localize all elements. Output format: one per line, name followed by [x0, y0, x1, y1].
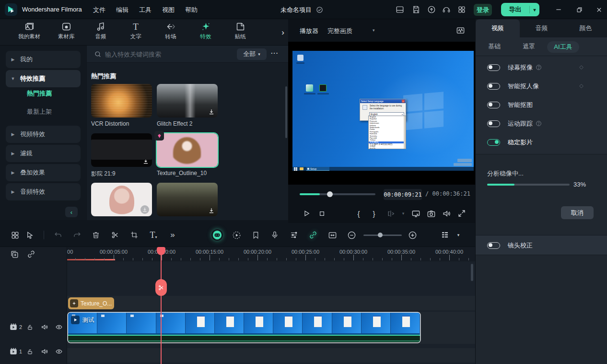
- audio-mixer-button[interactable]: [288, 229, 300, 241]
- greenscreen-toggle[interactable]: [487, 64, 500, 71]
- lens-correction-toggle[interactable]: [487, 242, 500, 249]
- sidebar-item-newest[interactable]: 最新上架: [27, 107, 52, 117]
- tab-audio-props[interactable]: 音频: [520, 19, 564, 37]
- filter-dropdown[interactable]: 全部 ▾: [237, 48, 267, 60]
- smart-cutout-toggle[interactable]: [487, 102, 500, 108]
- more-tools-button[interactable]: »: [167, 229, 178, 241]
- effect-item[interactable]: [91, 183, 152, 216]
- mirror-screen-button[interactable]: [410, 208, 421, 219]
- effect-thumbnail[interactable]: [157, 84, 218, 117]
- snapshot-button[interactable]: [425, 208, 437, 219]
- mute-icon[interactable]: [40, 322, 49, 332]
- stabilize-toggle[interactable]: [487, 139, 500, 146]
- marker-button[interactable]: [250, 229, 261, 241]
- layout-panel-icon[interactable]: [395, 5, 405, 14]
- keyframe-diamond-icon[interactable]: [578, 83, 584, 89]
- tab-audio[interactable]: 音频: [86, 22, 115, 44]
- help-icon[interactable]: [536, 120, 542, 127]
- subtab-ai-tools[interactable]: AI工具: [547, 41, 579, 53]
- effects-scrollbar[interactable]: [285, 86, 287, 138]
- eye-icon[interactable]: [54, 322, 64, 332]
- menu-tools[interactable]: 工具: [134, 6, 157, 14]
- download-icon[interactable]: [140, 205, 149, 214]
- dialog-scrollbar[interactable]: [404, 116, 406, 149]
- tab-my-media[interactable]: 我的素材: [15, 22, 44, 44]
- sidebar-item-hot[interactable]: 熱門推薦: [27, 89, 52, 98]
- help-icon[interactable]: [536, 64, 542, 70]
- effect-thumbnail[interactable]: [91, 84, 152, 117]
- playhead-scissors-button[interactable]: [155, 279, 167, 296]
- play-button[interactable]: [301, 208, 312, 219]
- effect-item[interactable]: VCR Distortion: [91, 84, 152, 127]
- apps-grid-icon[interactable]: [457, 5, 467, 14]
- sidebar-group-recommended[interactable]: ▼ 特效推薦: [6, 70, 81, 87]
- effect-thumbnail[interactable]: [91, 133, 152, 167]
- sidebar-group-mine[interactable]: ▶ 我的: [6, 51, 81, 68]
- smart-portrait-toggle[interactable]: [487, 83, 500, 90]
- language-list[interactable]: EnglishEspañolFrançaisIndonesianItaliano…: [368, 116, 406, 149]
- search-input[interactable]: [105, 48, 225, 60]
- effect-thumbnail[interactable]: [157, 183, 218, 216]
- menu-file[interactable]: 文件: [88, 6, 111, 14]
- quality-dropdown[interactable]: 完整画质: [327, 27, 352, 35]
- delete-button[interactable]: [90, 229, 102, 241]
- track-manager-chevron-icon[interactable]: ▾: [453, 229, 464, 241]
- add-track-icon[interactable]: [10, 249, 19, 259]
- zoom-in-button[interactable]: [407, 229, 418, 241]
- fullscreen-button[interactable]: [456, 208, 467, 219]
- save-icon[interactable]: [411, 5, 421, 14]
- lock-icon[interactable]: [25, 322, 35, 332]
- effect-item[interactable]: Glitch Effect 2: [157, 84, 218, 127]
- sidebar-group-overlays[interactable]: ▶ 叠加效果: [6, 164, 81, 181]
- tab-stickers[interactable]: 贴纸: [226, 22, 255, 44]
- media-tabs-expand-icon[interactable]: ›: [279, 28, 287, 37]
- effect-item[interactable]: 影院 21:9: [91, 133, 152, 178]
- select-tool-icon[interactable]: [24, 229, 35, 241]
- trim-chevron-icon[interactable]: ▾: [397, 208, 409, 219]
- tab-stock-media[interactable]: 素材库: [52, 22, 81, 44]
- mark-out-button[interactable]: }: [368, 208, 380, 219]
- video-clip-selected[interactable]: 测试: [68, 313, 420, 342]
- more-options-button[interactable]: ···: [271, 49, 279, 57]
- language-option[interactable]: 한국어: [369, 148, 406, 149]
- menu-view[interactable]: 视图: [157, 6, 180, 14]
- undo-button[interactable]: [52, 229, 64, 241]
- zoom-out-button[interactable]: [346, 229, 357, 241]
- login-button[interactable]: 登录: [474, 4, 492, 16]
- video-preview[interactable]: Select Setup Language × Select the langu…: [288, 42, 475, 185]
- redo-button[interactable]: [71, 229, 82, 241]
- export-button[interactable]: 导出 ▾: [501, 3, 539, 16]
- download-icon[interactable]: [208, 108, 215, 115]
- effect-thumbnail[interactable]: [157, 133, 218, 167]
- voiceover-mic-button[interactable]: [269, 229, 280, 241]
- tab-effects[interactable]: 特效: [191, 22, 220, 44]
- stop-button[interactable]: [316, 208, 327, 219]
- timeline-scrollbar[interactable]: [471, 264, 473, 281]
- volume-button[interactable]: [441, 208, 452, 219]
- lock-icon[interactable]: [25, 347, 35, 356]
- restore-button[interactable]: [574, 5, 584, 14]
- download-icon[interactable]: [142, 158, 149, 164]
- dialog-close-icon[interactable]: ×: [402, 100, 405, 103]
- cancel-button[interactable]: 取消: [561, 206, 594, 219]
- zoom-slider[interactable]: [363, 235, 402, 236]
- effect-thumbnail[interactable]: [91, 183, 152, 216]
- menu-edit[interactable]: 编辑: [111, 6, 134, 14]
- crop-button[interactable]: [128, 229, 140, 241]
- seek-bar[interactable]: [300, 193, 375, 195]
- close-button[interactable]: [594, 5, 604, 14]
- chevron-down-icon[interactable]: ▾: [373, 28, 375, 33]
- timeline-ruler[interactable]: :00:0000:00:05:0000:00:10:0000:00:15:000…: [0, 247, 475, 261]
- subtab-mask[interactable]: 遮罩: [523, 42, 535, 51]
- add-text-button[interactable]: T▾: [148, 229, 159, 241]
- sidebar-group-video-effects[interactable]: ▶ 視頻特效: [6, 126, 81, 143]
- eye-icon[interactable]: [54, 347, 64, 356]
- track-manager-button[interactable]: [439, 229, 451, 241]
- playhead-line[interactable]: [161, 247, 162, 364]
- trim-button[interactable]: [385, 208, 397, 219]
- link-tracks-icon[interactable]: [26, 249, 36, 259]
- sidebar-collapse-button[interactable]: ‹: [65, 207, 78, 217]
- render-preview-button[interactable]: [231, 229, 242, 241]
- tab-video[interactable]: 视频: [476, 19, 520, 37]
- cloud-upload-icon[interactable]: [427, 5, 436, 14]
